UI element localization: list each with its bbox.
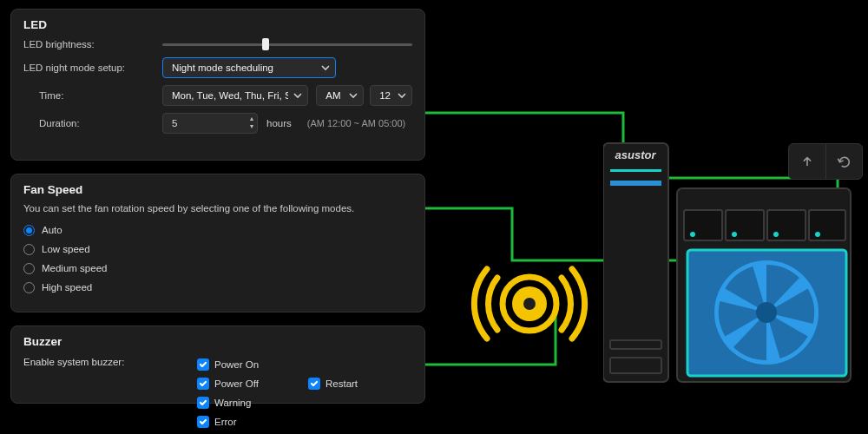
led-duration-unit: hours <box>266 118 292 128</box>
chevron-down-icon <box>293 91 302 100</box>
chevron-down-icon <box>398 91 406 100</box>
led-night-mode-select[interactable]: Night mode scheduling <box>162 57 336 78</box>
led-hour-select[interactable]: 12 <box>370 85 412 106</box>
svg-point-18 <box>773 232 779 237</box>
slider-thumb-icon[interactable] <box>262 38 269 50</box>
checkbox-checked-icon <box>197 397 209 409</box>
led-panel: LED LED brightness: LED night mode setup… <box>10 9 425 161</box>
svg-point-19 <box>815 232 820 237</box>
buzzer-option-warning[interactable]: Warning <box>197 393 293 412</box>
radio-icon <box>23 244 35 255</box>
led-duration-label: Duration: <box>23 118 162 128</box>
svg-rect-6 <box>603 143 668 382</box>
fan-desc: You can set the fan rotation speed by se… <box>23 203 412 214</box>
buzzer-option-power-off[interactable]: Power Off <box>197 374 293 393</box>
buzzer-enable-label: Enable system buzzer: <box>23 355 197 431</box>
corner-toolbar <box>788 143 863 180</box>
checkbox-checked-icon <box>308 378 320 390</box>
up-button[interactable] <box>789 144 826 179</box>
svg-rect-8 <box>610 181 661 186</box>
led-brightness-slider[interactable] <box>162 38 412 50</box>
led-title: LED <box>23 18 412 31</box>
svg-rect-7 <box>610 169 661 172</box>
buzzer-title: Buzzer <box>23 335 412 348</box>
fan-option-high[interactable]: High speed <box>23 278 412 297</box>
fan-option-medium[interactable]: Medium speed <box>23 259 412 278</box>
svg-rect-13 <box>726 210 764 240</box>
svg-point-5 <box>503 277 556 331</box>
fan-option-low[interactable]: Low speed <box>23 240 412 259</box>
svg-point-3 <box>512 286 547 321</box>
svg-rect-14 <box>767 210 806 240</box>
chevron-down-icon <box>349 91 358 100</box>
undo-button[interactable] <box>826 144 863 179</box>
buzzer-option-power-on[interactable]: Power On <box>197 355 293 374</box>
fan-option-auto[interactable]: Auto <box>23 220 412 240</box>
led-duration-range: (AM 12:00 ~ AM 05:00) <box>307 118 405 128</box>
led-ampm-select[interactable]: AM <box>316 85 363 106</box>
buzzer-panel: Buzzer Enable system buzzer: Power On Po… <box>10 326 425 404</box>
led-night-mode-label: LED night mode setup: <box>23 62 162 73</box>
checkbox-checked-icon <box>197 378 209 390</box>
buzzer-option-restart[interactable]: Restart <box>308 374 369 393</box>
buzzer-sound-icon <box>464 243 595 365</box>
svg-point-16 <box>690 232 695 237</box>
svg-rect-15 <box>809 210 845 240</box>
checkbox-checked-icon <box>197 358 209 371</box>
chevron-down-icon <box>321 63 330 72</box>
led-duration-spinner[interactable]: 5 ▴ ▾ <box>162 113 258 134</box>
led-brightness-label: LED brightness: <box>23 39 162 49</box>
spinner-down-icon[interactable]: ▾ <box>250 123 253 130</box>
led-days-select[interactable]: Mon, Tue, Wed, Thu, Fri, Sat, Sun <box>162 85 308 106</box>
fan-title: Fan Speed <box>23 183 412 196</box>
radio-icon <box>23 282 35 293</box>
svg-point-23 <box>756 302 777 323</box>
led-time-label: Time: <box>23 90 162 101</box>
spinner-up-icon[interactable]: ▴ <box>250 115 253 122</box>
svg-point-4 <box>523 298 536 310</box>
buzzer-option-error[interactable]: Error <box>197 412 293 431</box>
checkbox-checked-icon <box>197 416 209 428</box>
svg-rect-12 <box>684 210 722 240</box>
device-brand-label: asustor <box>615 148 657 161</box>
radio-icon <box>23 225 35 236</box>
radio-icon <box>23 263 35 274</box>
fan-speed-panel: Fan Speed You can set the fan rotation s… <box>10 174 425 312</box>
svg-point-17 <box>732 232 737 237</box>
